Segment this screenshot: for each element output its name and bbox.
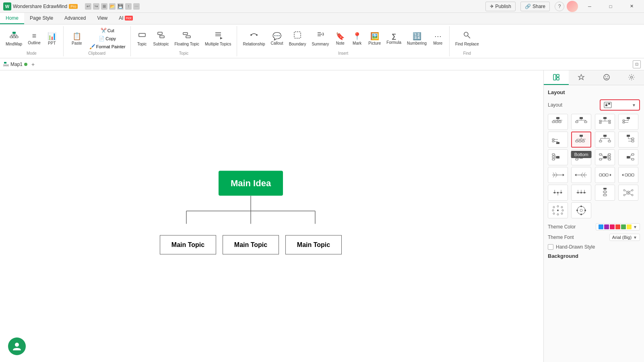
layout-top-2[interactable] bbox=[571, 114, 591, 130]
layout-top-4[interactable] bbox=[618, 114, 638, 130]
layout-scatter[interactable] bbox=[548, 202, 568, 218]
connector-lines bbox=[146, 196, 355, 236]
ppt-label: PPT bbox=[48, 41, 56, 46]
insert-label: Insert bbox=[338, 51, 348, 56]
topic-node-2[interactable]: Main Topic bbox=[223, 235, 279, 255]
multiple-topics-btn[interactable]: Multiple Topics bbox=[202, 29, 233, 48]
callout-btn[interactable]: 💬 Callout bbox=[268, 30, 285, 47]
boundary-btn[interactable]: Boundary bbox=[287, 29, 309, 48]
tab-home[interactable]: Home bbox=[0, 13, 24, 24]
svg-point-42 bbox=[604, 74, 609, 80]
tab-page-style[interactable]: Page Style bbox=[24, 13, 59, 24]
layout-circle[interactable] bbox=[571, 202, 591, 218]
relationship-btn[interactable]: Relationship bbox=[240, 29, 267, 48]
hand-drawn-checkbox[interactable] bbox=[548, 244, 553, 250]
svg-marker-150 bbox=[575, 174, 576, 176]
svg-point-45 bbox=[630, 76, 632, 78]
panel-tab-layout[interactable] bbox=[544, 70, 569, 85]
cut-btn[interactable]: ✂️ Cut bbox=[88, 27, 127, 34]
outline-btn[interactable]: ≡ Outline bbox=[25, 30, 43, 47]
layout-timeline-2[interactable] bbox=[571, 185, 591, 201]
layout-label: Layout bbox=[548, 102, 562, 108]
layout-bottom-1[interactable] bbox=[548, 132, 568, 148]
add-tab-btn[interactable]: + bbox=[29, 60, 37, 68]
summary-btn[interactable]: Summary bbox=[309, 29, 331, 48]
save-btn[interactable]: 💾 bbox=[117, 3, 124, 10]
main-idea-node[interactable]: Main Idea bbox=[219, 171, 283, 196]
copy-label: Copy bbox=[105, 36, 116, 41]
panel-tab-emoji[interactable] bbox=[594, 70, 619, 85]
canvas[interactable]: Main Idea Main Topic bbox=[0, 70, 543, 362]
maximize-canvas-btn[interactable]: ⊡ bbox=[633, 60, 641, 68]
svg-rect-111 bbox=[556, 156, 559, 158]
numbering-btn[interactable]: 🔢 Numbering bbox=[405, 30, 429, 47]
layout-left-2[interactable] bbox=[571, 149, 591, 165]
svg-point-22 bbox=[256, 34, 258, 36]
format-painter-btn[interactable]: 🖌️ Format Painter bbox=[88, 43, 127, 50]
topic-1-text: Main Topic bbox=[171, 241, 204, 248]
ai-hot-badge: Hot bbox=[125, 16, 133, 21]
picture-btn[interactable]: 🖼️ Picture bbox=[366, 30, 383, 47]
undo-btn[interactable]: ↩ bbox=[85, 3, 91, 10]
topic-node-3[interactable]: Main Topic bbox=[285, 235, 342, 255]
svg-point-198 bbox=[562, 210, 564, 211]
floating-avatar[interactable] bbox=[8, 337, 26, 355]
export-btn[interactable]: ↑ bbox=[125, 3, 132, 10]
callout-icon: 💬 bbox=[272, 32, 281, 41]
layout-fish-right[interactable] bbox=[571, 167, 591, 183]
share-btn[interactable]: 🔗 Share bbox=[520, 2, 550, 11]
subtopic-btn[interactable]: Subtopic bbox=[151, 29, 171, 48]
layout-arrow-right[interactable] bbox=[595, 167, 615, 183]
more-btn[interactable]: ⋯ More bbox=[430, 30, 446, 47]
help-btn[interactable]: ? bbox=[555, 2, 564, 11]
clipboard-label: Clipboard bbox=[88, 51, 105, 56]
svg-point-199 bbox=[557, 206, 559, 207]
layout-top-3[interactable] bbox=[595, 114, 615, 130]
svg-line-132 bbox=[602, 154, 603, 157]
ppt-btn[interactable]: 📊 PPT bbox=[44, 30, 60, 47]
user-avatar[interactable] bbox=[567, 1, 578, 12]
svg-rect-3 bbox=[10, 36, 12, 38]
floating-topic-btn[interactable]: Floating Topic bbox=[172, 29, 202, 48]
tab-ai[interactable]: AI Hot bbox=[113, 13, 138, 24]
fit-btn[interactable]: ⊞ bbox=[101, 3, 107, 10]
swatch-purple bbox=[604, 224, 609, 229]
note-btn[interactable]: 🔖 Note bbox=[332, 30, 348, 47]
layout-vertical[interactable] bbox=[595, 185, 615, 201]
maximize-btn[interactable]: □ bbox=[601, 0, 620, 13]
layout-top-left[interactable] bbox=[548, 114, 568, 130]
close-btn[interactable]: ✕ bbox=[622, 0, 641, 13]
layout-bottom-3[interactable] bbox=[595, 132, 615, 148]
tab-advanced[interactable]: Advanced bbox=[59, 13, 91, 24]
layout-tree[interactable] bbox=[595, 149, 615, 165]
theme-color-dropdown[interactable]: ▼ bbox=[596, 223, 640, 230]
layout-dropdown-icon bbox=[604, 102, 612, 108]
redo-btn[interactable]: ↪ bbox=[93, 3, 99, 10]
theme-font-dropdown[interactable]: Arial (Big) ▼ bbox=[609, 234, 640, 241]
layout-timeline-1[interactable] bbox=[548, 185, 568, 201]
layout-bottom-selected[interactable]: Bottom bbox=[571, 132, 591, 148]
paste-btn[interactable]: 📋 Paste bbox=[67, 30, 87, 47]
panel-tab-settings[interactable] bbox=[619, 70, 644, 85]
tab-view[interactable]: View bbox=[91, 13, 113, 24]
mark-btn[interactable]: 📍 Mark bbox=[349, 30, 365, 47]
panel-tab-style[interactable] bbox=[569, 70, 594, 85]
svg-line-142 bbox=[553, 175, 555, 177]
layout-arrow-left[interactable] bbox=[618, 167, 638, 183]
minimize-btn[interactable]: ─ bbox=[580, 0, 599, 13]
find-replace-btn[interactable]: Find Replace bbox=[453, 29, 481, 48]
mindmap-btn[interactable]: MindMap bbox=[3, 29, 25, 48]
open-btn[interactable]: 📂 bbox=[109, 3, 116, 10]
layout-radial[interactable] bbox=[618, 185, 638, 201]
copy-btn[interactable]: 📄 Copy bbox=[88, 35, 127, 42]
layout-dropdown[interactable]: ▼ bbox=[600, 99, 640, 111]
layout-left-1[interactable] bbox=[548, 149, 568, 165]
topic-node-1[interactable]: Main Topic bbox=[160, 235, 216, 255]
publish-btn[interactable]: ✈ Publish bbox=[485, 2, 516, 11]
more-btn[interactable]: ⋯ bbox=[133, 3, 140, 10]
layout-bottom-4[interactable] bbox=[618, 132, 638, 148]
layout-right[interactable] bbox=[618, 149, 638, 165]
formula-btn[interactable]: ∑ Formula bbox=[384, 31, 404, 47]
topic-btn[interactable]: Topic bbox=[134, 29, 150, 48]
layout-fish-left[interactable] bbox=[548, 167, 568, 183]
